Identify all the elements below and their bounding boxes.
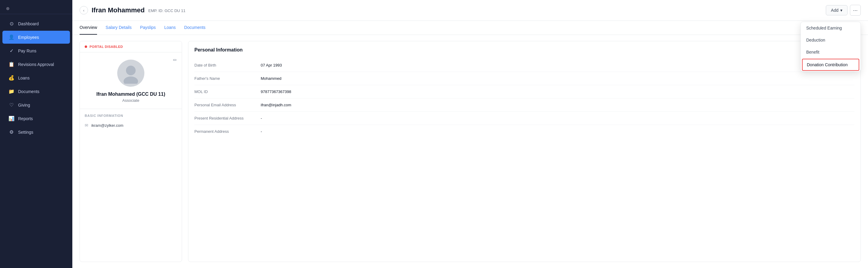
sidebar-item-label-employees: Employees xyxy=(18,35,39,40)
personal-info-grid: Date of Birth 07 Apr 1993 Father's Name … xyxy=(194,59,855,138)
add-button[interactable]: Add ▾ xyxy=(826,5,847,15)
sidebar-item-loans[interactable]: 💰 Loans xyxy=(2,71,70,84)
sidebar-item-employees[interactable]: 👤 Employees xyxy=(2,31,70,44)
info-value-4: - xyxy=(261,116,262,121)
email-icon: ✉ xyxy=(85,123,88,128)
content-area: PORTAL DISABLED ✏ Ifran Mohammed (GCC DU… xyxy=(72,35,868,268)
avatar xyxy=(117,60,144,87)
loans-icon: 💰 xyxy=(8,75,14,81)
tab-payslips[interactable]: Payslips xyxy=(140,21,156,35)
sidebar-item-giving[interactable]: ♡ Giving xyxy=(2,98,70,111)
info-row-3: Personal Email Address ifran@injadh.com xyxy=(194,98,855,112)
dashboard-icon: ⊙ xyxy=(8,21,14,27)
info-row-5: Permanent Address - xyxy=(194,125,855,138)
logo-icon: ⊛ xyxy=(6,6,10,11)
sidebar-logo: ⊛ xyxy=(0,0,72,14)
basic-info-title: BASIC INFORMATION xyxy=(85,114,177,118)
info-row-4: Present Residential Address - xyxy=(194,112,855,125)
sidebar-item-label-pay-runs: Pay Runs xyxy=(18,48,36,53)
info-value-3: ifran@injadh.com xyxy=(261,103,291,107)
sidebar-item-reports[interactable]: 📊 Reports xyxy=(2,112,70,125)
profile-role: Associate xyxy=(122,98,139,103)
info-value-5: - xyxy=(261,129,262,134)
dropdown-item-donation-contribution[interactable]: Donation Contribution xyxy=(802,59,859,71)
tab-salary-details[interactable]: Salary Details xyxy=(105,21,131,35)
sidebar-item-label-revisions-approval: Revisions Approval xyxy=(18,62,54,67)
info-row-1: Father's Name Mohammed xyxy=(194,72,855,85)
info-label-1: Father's Name xyxy=(194,76,261,81)
settings-icon: ⚙ xyxy=(8,129,14,135)
tab-documents[interactable]: Documents xyxy=(184,21,206,35)
info-label-5: Permanent Address xyxy=(194,129,261,134)
portal-disabled-banner: PORTAL DISABLED xyxy=(80,41,182,53)
sidebar-item-label-giving: Giving xyxy=(18,103,30,107)
info-value-2: 97877367367398 xyxy=(261,90,291,94)
header: ‹ Ifran Mohammed EMP. ID: GCC DU 11 Add … xyxy=(72,0,868,21)
info-value-1: Mohammed xyxy=(261,76,281,81)
sidebar-item-dashboard[interactable]: ⊙ Dashboard xyxy=(2,17,70,30)
personal-info-panel: Personal Information Date of Birth 07 Ap… xyxy=(188,41,861,262)
tab-overview[interactable]: Overview xyxy=(80,21,97,35)
profile-name: Ifran Mohammed (GCC DU 11) xyxy=(96,92,165,97)
add-dropdown-icon: ▾ xyxy=(840,8,842,13)
personal-info-title: Personal Information xyxy=(194,47,855,53)
info-value-0: 07 Apr 1993 xyxy=(261,63,282,67)
employees-icon: 👤 xyxy=(8,34,14,40)
sidebar-item-label-reports: Reports xyxy=(18,116,33,121)
pay-runs-icon: ✓ xyxy=(8,48,14,54)
edit-icon[interactable]: ✏ xyxy=(173,57,177,63)
tabs-bar: OverviewSalary DetailsPayslipsLoansDocum… xyxy=(72,21,868,35)
portal-status-dot xyxy=(85,45,87,48)
emp-id-label: EMP. ID: GCC DU 11 xyxy=(148,8,185,13)
revisions-approval-icon: 📋 xyxy=(8,61,14,67)
svg-point-0 xyxy=(126,66,135,75)
back-button[interactable]: ‹ xyxy=(80,6,88,14)
sidebar-item-label-settings: Settings xyxy=(18,130,33,135)
documents-icon: 📁 xyxy=(8,89,14,94)
portal-status-text: PORTAL DISABLED xyxy=(90,45,123,48)
page-title: Ifran Mohammed xyxy=(92,6,145,14)
tab-loans[interactable]: Loans xyxy=(164,21,176,35)
info-row-2: MOL ID 97877367367398 xyxy=(194,85,855,98)
giving-icon: ♡ xyxy=(8,102,14,108)
add-button-label: Add xyxy=(831,8,838,13)
svg-point-1 xyxy=(124,76,138,84)
profile-panel: PORTAL DISABLED ✏ Ifran Mohammed (GCC DU… xyxy=(80,41,182,262)
sidebar-item-settings[interactable]: ⚙ Settings xyxy=(2,126,70,138)
add-dropdown-menu: Scheduled EarningDeductionBenefitDonatio… xyxy=(801,22,861,72)
sidebar-item-revisions-approval[interactable]: 📋 Revisions Approval xyxy=(2,58,70,71)
sidebar-item-label-loans: Loans xyxy=(18,75,30,80)
email-value: ikram@zylker.com xyxy=(91,123,123,128)
sidebar-item-pay-runs[interactable]: ✓ Pay Runs xyxy=(2,44,70,57)
main-content: ‹ Ifran Mohammed EMP. ID: GCC DU 11 Add … xyxy=(72,0,868,268)
info-label-0: Date of Birth xyxy=(194,63,261,67)
dropdown-item-scheduled-earning[interactable]: Scheduled Earning xyxy=(801,22,861,34)
dropdown-item-deduction[interactable]: Deduction xyxy=(801,34,861,46)
sidebar-item-label-documents: Documents xyxy=(18,89,39,94)
sidebar: ⊛ ⊙ Dashboard 👤 Employees ✓ Pay Runs 📋 R… xyxy=(0,0,72,268)
dropdown-item-benefit[interactable]: Benefit xyxy=(801,46,861,58)
email-row: ✉ ikram@zylker.com xyxy=(85,121,177,130)
reports-icon: 📊 xyxy=(8,115,14,121)
more-options-button[interactable]: ··· xyxy=(850,5,861,16)
profile-section: ✏ Ifran Mohammed (GCC DU 11) Associate xyxy=(80,53,182,109)
sidebar-item-documents[interactable]: 📁 Documents xyxy=(2,85,70,98)
info-label-2: MOL ID xyxy=(194,90,261,94)
sidebar-item-label-dashboard: Dashboard xyxy=(18,22,39,26)
info-label-3: Personal Email Address xyxy=(194,103,261,107)
info-row-0: Date of Birth 07 Apr 1993 xyxy=(194,59,855,72)
basic-info-section: BASIC INFORMATION ✉ ikram@zylker.com xyxy=(80,109,182,134)
info-label-4: Present Residential Address xyxy=(194,116,261,121)
